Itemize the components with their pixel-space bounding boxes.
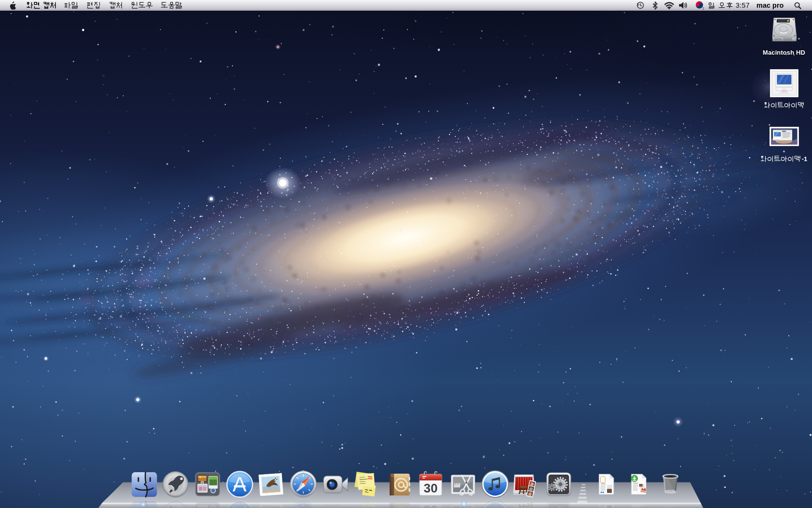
svg-text:2: 2 bbox=[702, 7, 704, 10]
